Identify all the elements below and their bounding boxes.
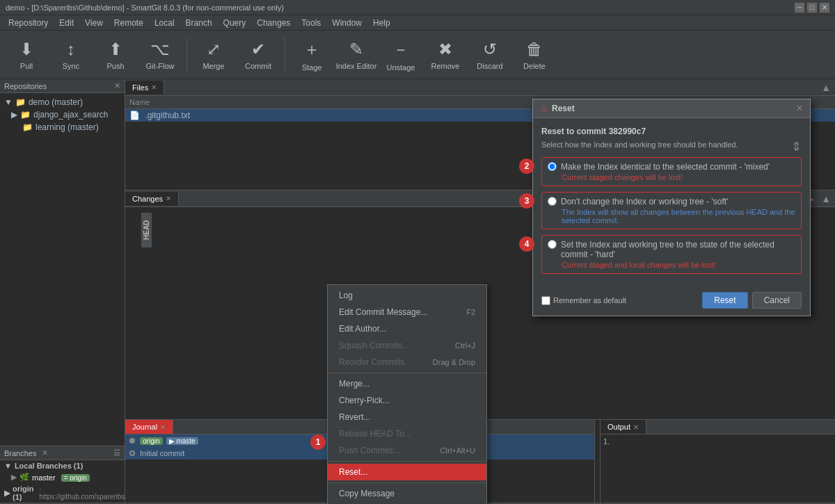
merge-label: Merge <box>202 62 224 70</box>
dialog-close-button[interactable]: ✕ <box>796 104 803 113</box>
option-3-wrapper: 4 Set the Index and working tree to the … <box>541 235 802 274</box>
menu-remote[interactable]: Remote <box>109 17 149 29</box>
gitflow-label: Git-Flow <box>146 62 175 70</box>
remove-button[interactable]: ✖ Remove <box>424 34 466 76</box>
changes-up[interactable]: ▲ <box>818 192 834 206</box>
pull-button[interactable]: ⬇ Pull <box>6 34 47 76</box>
journal-tab-close[interactable]: ✕ <box>160 423 166 431</box>
ctx-reset[interactable]: Reset... <box>328 464 486 480</box>
minimize-button[interactable]: ─ <box>795 3 804 13</box>
option-mixed-radio[interactable] <box>548 162 557 171</box>
stage-button[interactable]: ＋ Stage <box>291 34 333 76</box>
folder-icon-django: 📁 <box>20 110 31 120</box>
maximize-button[interactable]: □ <box>807 3 817 13</box>
menu-view[interactable]: View <box>79 17 109 29</box>
ctx-sep-2 <box>328 461 486 462</box>
branches-close-icon[interactable]: ✕ <box>42 448 48 457</box>
commit-button[interactable]: ✔ Commit <box>237 34 279 76</box>
index-editor-button[interactable]: ✎ Index Editor <box>335 34 377 76</box>
dialog-scroll-icon[interactable]: ⇕ <box>788 138 804 156</box>
ctx-cherry-pick[interactable]: Cherry-Pick... <box>328 392 486 409</box>
tab-changes[interactable]: Changes ✕ <box>125 192 179 206</box>
repositories-close[interactable]: ✕ <box>114 81 120 90</box>
step-1-badge: 1 <box>310 434 326 450</box>
option-hard-row: Set the Index and working tree to the st… <box>548 240 795 259</box>
menu-tools[interactable]: Tools <box>296 17 326 29</box>
unstage-button[interactable]: － Unstage <box>380 34 422 76</box>
menu-query[interactable]: Query <box>218 17 252 29</box>
option-mixed-row: Make the Index identical to the selected… <box>548 162 795 172</box>
ctx-revert[interactable]: Revert... <box>328 409 486 425</box>
files-tab-bar: Files ✕ ▲ <box>125 79 835 96</box>
option-mixed[interactable]: Make the Index identical to the selected… <box>541 157 802 186</box>
close-button[interactable]: ✕ <box>820 3 829 13</box>
repo-item-django[interactable]: ▶ 📁 django_ajax_search <box>0 108 125 121</box>
ctx-merge[interactable]: Merge... <box>328 375 486 392</box>
menu-window[interactable]: Window <box>326 17 367 29</box>
menu-local[interactable]: Local <box>149 17 180 29</box>
menu-repository[interactable]: Repository <box>3 17 54 29</box>
sync-icon: ↕ <box>67 40 75 59</box>
gitflow-button[interactable]: ⌥ Git-Flow <box>139 34 181 76</box>
repo-item-learning[interactable]: 📁 learning (master) <box>0 121 125 133</box>
head-indicator: HEAD <box>141 213 152 247</box>
changes-tab-close[interactable]: ✕ <box>166 195 171 202</box>
repositories-panel: Repositories ✕ ▼ 📁 demo (master) ▶ 📁 dja… <box>0 79 125 503</box>
reset-dialog: ⚠ Reset ✕ Reset to commit 382990c7 Selec… <box>532 99 811 316</box>
journal-scrollbar[interactable] <box>594 420 600 503</box>
ctx-edit-message[interactable]: Edit Commit Message... F2 <box>328 304 486 320</box>
tab-files[interactable]: Files ✕ <box>125 81 164 95</box>
merge-icon: ⤢ <box>207 40 221 59</box>
dialog-scroll-btn[interactable]: ⇕ <box>788 138 804 156</box>
branches-menu-icon[interactable]: ☰ <box>113 448 120 457</box>
files-tab-close[interactable]: ✕ <box>151 83 157 91</box>
remember-checkbox[interactable] <box>541 296 550 305</box>
menu-changes[interactable]: Changes <box>251 17 296 29</box>
origin-section-header[interactable]: ▶ origin (1) · https://github.com/sparer… <box>0 483 125 503</box>
tab-journal[interactable]: Journal ✕ <box>125 420 173 434</box>
sync-label: Sync <box>63 62 79 70</box>
discard-button[interactable]: ↺ Discard <box>469 34 511 76</box>
gitflow-icon: ⌥ <box>150 40 170 59</box>
push-button[interactable]: ⬆ Push <box>95 34 136 76</box>
menu-help[interactable]: Help <box>367 17 396 29</box>
menu-branch[interactable]: Branch <box>180 17 218 29</box>
ctx-edit-author[interactable]: Edit Author... <box>328 320 486 337</box>
option-hard-radio[interactable] <box>548 240 557 249</box>
files-toolbar: ▲ <box>817 79 835 96</box>
option-hard-label: Set the Index and working tree to the st… <box>561 240 795 259</box>
output-tab-close[interactable]: ✕ <box>633 423 639 431</box>
delete-button[interactable]: 🗑 Delete <box>514 34 555 76</box>
tab-output[interactable]: Output ✕ <box>601 420 646 434</box>
output-section: Output ✕ 1. <box>600 420 835 503</box>
remember-checkbox-label: Remember as default <box>541 296 626 305</box>
files-scroll-up[interactable]: ▲ <box>818 81 834 95</box>
index-editor-label: Index Editor <box>336 62 377 70</box>
menu-bar: Repository Edit View Remote Local Branch… <box>0 15 835 31</box>
repo-item-demo[interactable]: ▼ 📁 demo (master) <box>0 96 125 108</box>
remove-icon: ✖ <box>438 40 452 59</box>
badge-origin: = origin <box>61 473 91 482</box>
option-soft-radio[interactable] <box>548 197 557 206</box>
sync-button[interactable]: ↕ Sync <box>50 34 92 76</box>
ctx-copy-message[interactable]: Copy Message <box>328 485 486 502</box>
menu-edit[interactable]: Edit <box>54 17 79 29</box>
local-branches-header[interactable]: ▼ Local Branches (1) <box>0 460 125 471</box>
commit-label: Commit <box>245 62 271 70</box>
step-3-badge: 3 <box>519 193 534 209</box>
branch-master[interactable]: ▶ 🌿 master = origin <box>0 471 125 483</box>
cancel-button[interactable]: Cancel <box>752 292 802 309</box>
ctx-squash-shortcut: Ctrl+J <box>455 341 475 350</box>
ctx-log[interactable]: Log <box>328 287 486 304</box>
option-hard[interactable]: Set the Index and working tree to the st… <box>541 235 802 274</box>
pull-label: Pull <box>20 62 33 70</box>
local-branches-arrow: ▼ <box>4 462 12 470</box>
ctx-revert-label: Revert... <box>339 412 370 422</box>
dialog-title-bar: ⚠ Reset ✕ <box>533 99 810 118</box>
option-soft[interactable]: Don't change the Index or working tree -… <box>541 192 802 229</box>
push-icon: ⬆ <box>109 40 122 59</box>
local-branches-title: Local Branches (1) <box>15 462 83 470</box>
ctx-log-label: Log <box>339 291 353 300</box>
merge-button[interactable]: ⤢ Merge <box>193 34 234 76</box>
reset-confirm-button[interactable]: Reset <box>702 292 747 309</box>
